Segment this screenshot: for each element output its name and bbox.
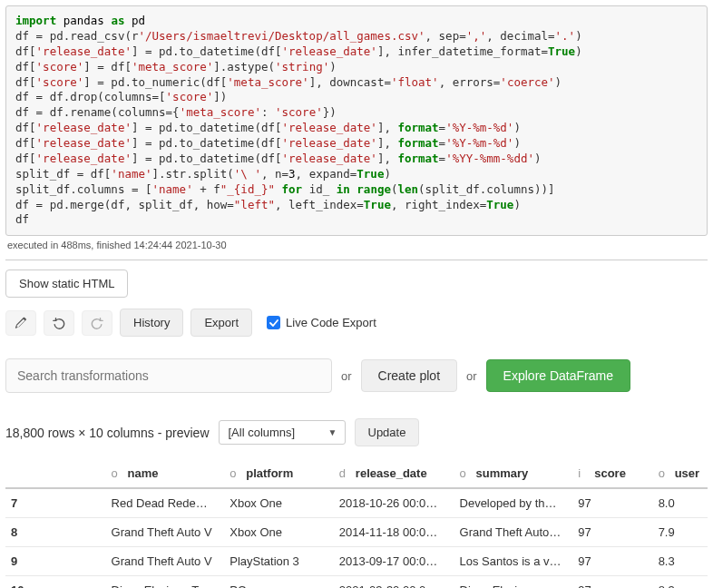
cell-summary: Developed by th… bbox=[454, 488, 573, 518]
create-plot-button[interactable]: Create plot bbox=[361, 359, 457, 392]
cell-score: 97 bbox=[572, 547, 652, 576]
cell-score: 97 bbox=[572, 576, 652, 588]
cell-name: Grand Theft Auto V bbox=[106, 547, 225, 576]
column-header-label: name bbox=[128, 466, 159, 480]
redo-button[interactable] bbox=[82, 310, 112, 336]
live-code-export-label: Live Code Export bbox=[286, 316, 376, 329]
toolbar: History Export Live Code Export bbox=[5, 309, 708, 337]
cell-platform: PC bbox=[224, 576, 334, 588]
column-type-badge: o bbox=[659, 466, 669, 480]
columns-select-value: [All columns] bbox=[229, 426, 296, 439]
column-header-platform[interactable]: oplatform bbox=[224, 459, 334, 488]
or-label-2: or bbox=[466, 369, 477, 383]
live-code-export-checkbox[interactable] bbox=[267, 316, 280, 329]
cell-score: 97 bbox=[572, 518, 652, 547]
column-header-label: score bbox=[594, 466, 626, 480]
redo-icon bbox=[91, 317, 103, 329]
column-header-score[interactable]: iscore bbox=[572, 459, 652, 488]
show-static-html-button[interactable]: Show static HTML bbox=[5, 270, 128, 298]
cell-platform: Xbox One bbox=[224, 488, 334, 518]
explore-dataframe-button[interactable]: Explore DataFrame bbox=[486, 359, 630, 392]
column-type-badge: i bbox=[578, 466, 589, 480]
table-body: 7Red Dead Rede…Xbox One2018-10-26 00:0…D… bbox=[5, 488, 708, 588]
dataframe-table: onameoplatformdrelease_dateosummaryiscor… bbox=[5, 459, 708, 588]
cell-release-date: 2013-09-17 00:0… bbox=[334, 547, 454, 576]
column-type-badge: o bbox=[112, 466, 122, 480]
check-icon bbox=[269, 318, 278, 328]
code-cell[interactable]: import pandas as pd df = pd.read_csv(r'/… bbox=[5, 5, 708, 236]
search-input[interactable] bbox=[5, 358, 332, 393]
undo-icon bbox=[53, 317, 65, 329]
cell-user-review: 8.3 bbox=[653, 547, 708, 576]
cell-name: Disco Elysium: T… bbox=[106, 576, 225, 588]
cell-user-review: 8.0 bbox=[653, 488, 708, 518]
column-header-name[interactable]: oname bbox=[106, 459, 225, 488]
column-type-badge: d bbox=[339, 466, 350, 480]
cell-platform: Xbox One bbox=[224, 518, 334, 547]
cell-name: Grand Theft Auto V bbox=[106, 518, 225, 547]
update-button[interactable]: Update bbox=[355, 418, 420, 446]
cell-name: Red Dead Rede… bbox=[106, 488, 225, 518]
cell-summary: Los Santos is a v… bbox=[454, 547, 573, 576]
cell-platform: PlayStation 3 bbox=[224, 547, 334, 576]
table-row[interactable]: 10Disco Elysium: T…PC2021-03-30 00:0…Dis… bbox=[5, 576, 708, 588]
column-type-badge: o bbox=[460, 466, 471, 480]
cell-release-date: 2014-11-18 00:0… bbox=[334, 518, 454, 547]
export-button[interactable]: Export bbox=[190, 309, 252, 337]
rows-cols-summary: 18,800 rows × 10 columns - preview bbox=[5, 426, 210, 440]
cell-user-review: 7.9 bbox=[653, 518, 708, 547]
column-header-release_date[interactable]: drelease_date bbox=[334, 459, 454, 488]
chevron-down-icon: ▼ bbox=[328, 427, 337, 437]
table-header-row: onameoplatformdrelease_dateosummaryiscor… bbox=[5, 459, 708, 488]
cell-user-review: 8.3 bbox=[653, 576, 708, 588]
preview-row: 18,800 rows × 10 columns - preview [All … bbox=[5, 418, 708, 446]
pencil-icon bbox=[15, 317, 27, 329]
execution-info: executed in 488ms, finished 14:24:44 202… bbox=[5, 236, 708, 258]
divider bbox=[5, 260, 708, 260]
column-header-summary[interactable]: osummary bbox=[454, 459, 573, 488]
table-row[interactable]: 7Red Dead Rede…Xbox One2018-10-26 00:0…D… bbox=[5, 488, 708, 518]
column-header-label: release_date bbox=[356, 466, 427, 480]
cell-index: 8 bbox=[5, 518, 106, 547]
cell-summary: Grand Theft Auto… bbox=[454, 518, 573, 547]
cell-release-date: 2021-03-30 00:0… bbox=[334, 576, 454, 588]
action-row: or Create plot or Explore DataFrame bbox=[5, 358, 708, 393]
edit-button[interactable] bbox=[5, 310, 36, 336]
columns-select[interactable]: [All columns] ▼ bbox=[219, 420, 346, 445]
column-header-user[interactable]: ouser bbox=[653, 459, 708, 488]
history-button[interactable]: History bbox=[120, 309, 183, 337]
column-type-badge: o bbox=[230, 466, 240, 480]
or-label-1: or bbox=[341, 369, 352, 383]
column-header-label: platform bbox=[246, 466, 293, 480]
cell-score: 97 bbox=[572, 488, 652, 518]
cell-index: 7 bbox=[5, 488, 106, 518]
column-header-index[interactable] bbox=[5, 459, 106, 488]
column-header-label: user bbox=[675, 466, 699, 480]
cell-index: 10 bbox=[5, 576, 106, 588]
column-header-label: summary bbox=[476, 466, 529, 480]
table-row[interactable]: 9Grand Theft Auto VPlayStation 32013-09-… bbox=[5, 547, 708, 576]
cell-summary: Disco Elysium - … bbox=[454, 576, 573, 588]
cell-release-date: 2018-10-26 00:0… bbox=[334, 488, 454, 518]
table-row[interactable]: 8Grand Theft Auto VXbox One2014-11-18 00… bbox=[5, 518, 708, 547]
cell-index: 9 bbox=[5, 547, 106, 576]
undo-button[interactable] bbox=[44, 310, 74, 336]
